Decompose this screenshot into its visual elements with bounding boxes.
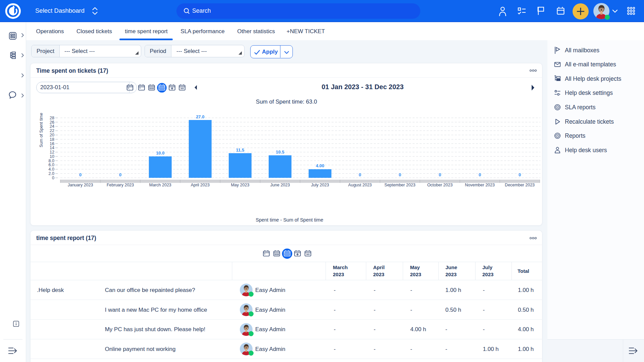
svg-text:-: - bbox=[374, 326, 376, 333]
svg-text:-: - bbox=[483, 287, 485, 293]
svg-text:April 2023: April 2023 bbox=[191, 183, 210, 187]
svg-text:4.0: 4.0 bbox=[49, 167, 54, 172]
svg-text:2023: 2023 bbox=[410, 272, 421, 277]
svg-text:2.0: 2.0 bbox=[49, 171, 54, 176]
svg-text:1.00 h: 1.00 h bbox=[483, 346, 499, 352]
svg-text:June: June bbox=[445, 264, 457, 270]
svg-text:-: - bbox=[445, 326, 447, 333]
svg-text:My PC has just shut down. Plea: My PC has just shut down. Please help! bbox=[105, 326, 206, 333]
svg-text:.Help desk: .Help desk bbox=[37, 287, 64, 293]
svg-text:16: 16 bbox=[50, 141, 54, 146]
svg-text:March 2023: March 2023 bbox=[149, 183, 171, 187]
svg-text:0: 0 bbox=[439, 172, 441, 177]
svg-text:April: April bbox=[373, 264, 385, 270]
svg-text:March: March bbox=[333, 264, 348, 270]
svg-text:0: 0 bbox=[519, 172, 521, 177]
svg-text:-: - bbox=[374, 287, 376, 293]
svg-text:May: May bbox=[410, 264, 420, 270]
svg-text:Sum of Spent time: Sum of Spent time bbox=[39, 113, 44, 147]
svg-text:0: 0 bbox=[399, 172, 401, 177]
svg-text:October 2023: October 2023 bbox=[427, 183, 453, 187]
svg-text:-: - bbox=[483, 326, 485, 333]
svg-text:September 2023: September 2023 bbox=[384, 183, 415, 187]
svg-text:-: - bbox=[483, 307, 485, 313]
svg-text:27.0: 27.0 bbox=[196, 114, 204, 119]
svg-text:0: 0 bbox=[52, 176, 54, 180]
svg-text:8.0: 8.0 bbox=[49, 159, 54, 163]
svg-text:2023: 2023 bbox=[445, 272, 457, 277]
svg-text:2023: 2023 bbox=[333, 272, 344, 277]
svg-text:0.50 h: 0.50 h bbox=[518, 307, 534, 313]
svg-text:4.00 h: 4.00 h bbox=[518, 326, 534, 333]
svg-text:0.50 h: 0.50 h bbox=[445, 307, 461, 313]
svg-text:-: - bbox=[374, 346, 376, 352]
svg-text:22: 22 bbox=[50, 128, 54, 133]
svg-text:365: 365 bbox=[306, 253, 310, 255]
svg-text:18: 18 bbox=[50, 137, 54, 142]
svg-text:-: - bbox=[410, 307, 412, 313]
svg-text:28: 28 bbox=[50, 116, 54, 120]
svg-text:-: - bbox=[410, 287, 412, 293]
svg-text:-: - bbox=[334, 346, 336, 352]
svg-text:10.5: 10.5 bbox=[276, 149, 284, 155]
svg-text:0: 0 bbox=[359, 172, 361, 177]
svg-text:14: 14 bbox=[50, 145, 54, 150]
svg-text:July 2023: July 2023 bbox=[311, 183, 329, 187]
svg-text:0: 0 bbox=[479, 172, 481, 177]
svg-text:-: - bbox=[334, 307, 336, 313]
svg-text:May 2023: May 2023 bbox=[231, 183, 249, 187]
svg-text:1.00 h: 1.00 h bbox=[445, 287, 461, 293]
svg-text:January 2023: January 2023 bbox=[68, 183, 93, 187]
svg-text:12: 12 bbox=[50, 150, 54, 155]
svg-text:December 2023: December 2023 bbox=[505, 183, 535, 187]
svg-text:2023: 2023 bbox=[482, 272, 493, 277]
svg-text:Can our office be repainted pl: Can our office be repainted please? bbox=[105, 287, 195, 293]
svg-text:November 2023: November 2023 bbox=[465, 183, 495, 187]
svg-text:-: - bbox=[445, 346, 447, 352]
svg-text:-: - bbox=[410, 346, 412, 352]
svg-text:26: 26 bbox=[50, 120, 54, 125]
svg-text:1.00 h: 1.00 h bbox=[518, 346, 534, 352]
svg-text:10: 10 bbox=[50, 154, 54, 159]
svg-text:1.00 h: 1.00 h bbox=[518, 287, 534, 293]
svg-text:June 2023: June 2023 bbox=[270, 183, 290, 187]
svg-text:11.5: 11.5 bbox=[236, 147, 245, 153]
svg-text:Easy Admin: Easy Admin bbox=[255, 326, 285, 333]
svg-text:20: 20 bbox=[50, 133, 54, 137]
svg-text:24: 24 bbox=[50, 124, 54, 129]
svg-text:4.00 h: 4.00 h bbox=[410, 326, 426, 333]
svg-text:01 Jan 2023 - 31 Dec 2023: 01 Jan 2023 - 31 Dec 2023 bbox=[322, 83, 404, 90]
svg-text:-: - bbox=[334, 326, 336, 333]
svg-text:Easy Admin: Easy Admin bbox=[255, 307, 285, 313]
svg-text:July: July bbox=[482, 264, 493, 270]
svg-text:10.0: 10.0 bbox=[156, 150, 164, 156]
svg-text:Easy Admin: Easy Admin bbox=[255, 287, 285, 293]
svg-text:-: - bbox=[374, 307, 376, 313]
svg-text:Easy Admin: Easy Admin bbox=[255, 346, 285, 352]
svg-text:4.00: 4.00 bbox=[316, 163, 324, 168]
svg-text:Online payment not working: Online payment not working bbox=[105, 346, 176, 352]
svg-text:2023: 2023 bbox=[373, 272, 384, 277]
svg-text:-: - bbox=[334, 287, 336, 293]
svg-text:0: 0 bbox=[79, 172, 82, 177]
svg-text:Spent time - Sum of Spent time: Spent time - Sum of Spent time bbox=[256, 217, 323, 223]
svg-text:February 2023: February 2023 bbox=[107, 183, 134, 187]
svg-text:365: 365 bbox=[180, 87, 184, 89]
svg-text:August 2023: August 2023 bbox=[348, 183, 372, 187]
svg-text:6.0: 6.0 bbox=[49, 163, 54, 167]
svg-text:Total: Total bbox=[518, 268, 529, 274]
svg-text:Sum of Spent time: 63.0: Sum of Spent time: 63.0 bbox=[256, 99, 317, 105]
svg-text:I want a new Mac PC for my hom: I want a new Mac PC for my home office bbox=[105, 307, 207, 313]
svg-text:0: 0 bbox=[119, 172, 121, 177]
